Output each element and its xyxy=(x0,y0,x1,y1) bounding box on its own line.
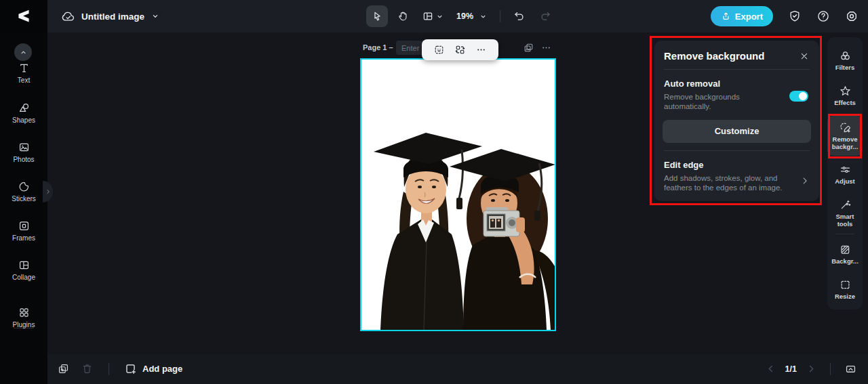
chevron-down-icon xyxy=(479,12,488,21)
scroll-up-button[interactable] xyxy=(14,43,32,61)
undo-icon xyxy=(513,10,526,22)
canvas-photo-graduates xyxy=(361,60,555,330)
document-title: Untitled image xyxy=(81,12,144,22)
help-icon[interactable] xyxy=(816,9,830,23)
sidebar-item-label: Text xyxy=(18,77,30,84)
add-page-label: Add page xyxy=(142,364,182,374)
add-page-button[interactable]: Add page xyxy=(124,362,182,375)
duplicate-page-icon[interactable] xyxy=(57,362,70,375)
sidebar-item-label: Collage xyxy=(12,274,35,281)
hand-tool-button[interactable] xyxy=(392,5,414,27)
right-sidebar-item-label: Backgr... xyxy=(829,258,861,265)
right-sidebar-divider xyxy=(835,234,854,234)
undo-button[interactable] xyxy=(509,5,530,27)
shapes-icon xyxy=(18,102,31,114)
right-sidebar-item-filters[interactable]: Filters xyxy=(827,49,863,72)
document-title-group[interactable]: Untitled image xyxy=(61,0,160,33)
right-sidebar-item-resize[interactable]: Resize xyxy=(827,278,863,301)
plugins-icon xyxy=(18,306,31,319)
layout-icon xyxy=(422,10,434,22)
add-page-icon xyxy=(124,362,137,375)
remove-background-icon xyxy=(839,121,852,134)
expand-panel-handle[interactable] xyxy=(43,181,53,202)
panel-divider xyxy=(664,69,810,70)
toolbar-divider xyxy=(500,10,500,22)
page-label: Page 1 – xyxy=(363,43,393,51)
previous-page-icon[interactable] xyxy=(766,364,776,374)
capcut-logo[interactable] xyxy=(0,0,47,33)
export-label: Export xyxy=(735,12,763,22)
sidebar-item-shapes[interactable]: Shapes xyxy=(0,102,47,124)
sidebar-item-collage[interactable]: Collage xyxy=(0,259,47,281)
redo-icon xyxy=(539,10,551,22)
top-bar: Untitled image 19% Export xyxy=(0,0,868,33)
photos-icon xyxy=(18,141,31,154)
chevron-down-icon xyxy=(435,12,444,21)
effects-star-icon xyxy=(839,85,852,98)
cursor-icon xyxy=(371,10,383,22)
layout-tool-button[interactable] xyxy=(418,5,448,27)
sidebar-item-label: Shapes xyxy=(12,116,35,124)
more-options-icon[interactable] xyxy=(475,44,487,56)
right-sidebar-item-adjust[interactable]: Adjust xyxy=(827,163,863,186)
close-icon[interactable] xyxy=(799,51,810,62)
auto-removal-description: Remove backgrounds automatically. xyxy=(664,92,766,112)
canvas-page[interactable] xyxy=(360,58,556,331)
auto-removal-toggle[interactable] xyxy=(789,91,808,102)
filters-icon xyxy=(839,49,852,62)
right-sidebar-item-smart-tools[interactable]: Smart tools xyxy=(827,198,863,228)
privacy-shield-icon[interactable] xyxy=(788,9,802,23)
settings-gear-icon[interactable] xyxy=(845,9,859,23)
sidebar-item-plugins[interactable]: Plugins xyxy=(0,306,47,328)
frames-icon xyxy=(18,219,31,232)
adjust-sliders-icon xyxy=(839,163,852,176)
right-sidebar-item-remove-background[interactable]: Remove backgr... xyxy=(827,116,863,156)
sticker-icon xyxy=(18,180,31,193)
chevron-down-icon xyxy=(151,12,160,21)
chevron-right-icon xyxy=(800,176,810,186)
sidebar-item-text[interactable]: Text xyxy=(0,62,47,84)
next-page-icon[interactable] xyxy=(806,364,816,374)
duplicate-page-icon[interactable] xyxy=(523,42,534,54)
panel-divider xyxy=(664,150,810,151)
resize-icon xyxy=(839,278,852,291)
hand-icon xyxy=(397,10,409,22)
selection-floating-toolbar xyxy=(422,39,498,60)
left-sidebar: Text Shapes Photos Stickers Frames Colla… xyxy=(0,33,47,384)
background-icon xyxy=(839,243,852,256)
toggle-knob xyxy=(799,92,807,100)
sidebar-item-label: Frames xyxy=(12,234,35,242)
right-sidebar-item-effects[interactable]: Effects xyxy=(827,85,863,107)
chevron-right-icon xyxy=(45,188,52,195)
right-sidebar-item-label: Remove backgr... xyxy=(829,136,861,151)
right-sidebar-item-background[interactable]: Backgr... xyxy=(827,243,863,265)
sidebar-item-stickers[interactable]: Stickers xyxy=(0,180,47,202)
canvas-tools: 19% xyxy=(366,0,556,33)
page-more-options-icon[interactable] xyxy=(540,42,552,54)
zoom-level-dropdown[interactable]: 19% xyxy=(452,5,492,27)
select-tool-button[interactable] xyxy=(366,5,388,27)
bottombar-divider xyxy=(830,363,831,375)
expand-pages-tray-icon[interactable] xyxy=(844,362,857,375)
right-sidebar-item-label: Adjust xyxy=(829,178,861,186)
capcut-logo-icon xyxy=(14,7,34,25)
edit-edge-title: Edit edge xyxy=(664,160,810,170)
chevron-up-icon xyxy=(19,48,28,57)
collage-icon xyxy=(18,259,31,272)
delete-page-icon[interactable] xyxy=(81,362,94,375)
customize-button[interactable]: Customize xyxy=(663,120,811,143)
remove-background-panel: Remove background Auto removal Remove ba… xyxy=(654,41,819,201)
sidebar-item-photos[interactable]: Photos xyxy=(0,141,47,163)
select-subject-icon[interactable] xyxy=(433,44,445,56)
right-sidebar-item-label: Smart tools xyxy=(829,213,861,228)
sidebar-item-frames[interactable]: Frames xyxy=(0,219,47,242)
export-button[interactable]: Export xyxy=(711,6,773,26)
export-upload-icon xyxy=(721,12,731,22)
edit-edge-row[interactable]: Edit edge Add shadows, strokes, glow, an… xyxy=(663,160,811,193)
sidebar-item-label: Photos xyxy=(13,156,34,163)
bottombar-divider xyxy=(108,363,109,375)
redo-button[interactable] xyxy=(534,5,556,27)
text-icon xyxy=(18,62,31,74)
replace-swap-icon[interactable] xyxy=(454,44,466,56)
auto-removal-title: Auto removal xyxy=(664,79,810,89)
